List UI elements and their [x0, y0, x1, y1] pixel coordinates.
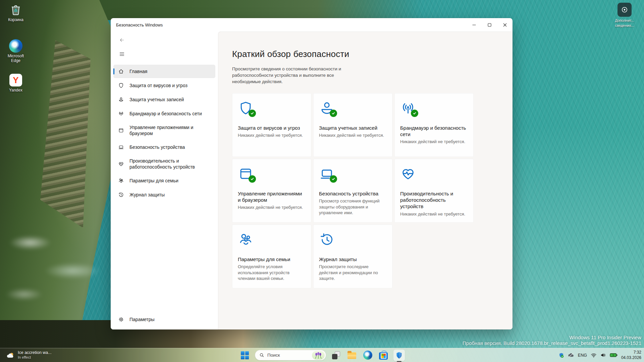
store-icon — [379, 352, 388, 360]
shield-icon — [118, 82, 125, 88]
sidebar-item-virus-protection[interactable]: Защита от вирусов и угроз — [113, 79, 215, 92]
card-status: Просмотрите последние действия и рекомен… — [319, 264, 387, 282]
insider-watermark: Windows 11 Pro Insider Preview Пробная в… — [463, 335, 641, 346]
hamburger-menu-button[interactable] — [116, 49, 127, 59]
watermark-line2: Пробная версия. Build 28020.1678.br_rele… — [463, 340, 641, 346]
card-device-performance[interactable]: Производительность и работоспособность у… — [394, 159, 474, 223]
sidebar-item-device-performance[interactable]: Производительность и работоспособность у… — [113, 155, 215, 173]
status-ok-badge — [249, 110, 256, 117]
family-icon — [118, 178, 125, 184]
sidebar-item-firewall-network[interactable]: Брандмауэр и безопасность сети — [113, 107, 215, 120]
sidebar-item-protection-history[interactable]: Журнал защиты — [113, 188, 215, 201]
desktop-icon-yandex[interactable]: Y Yandex — [3, 73, 29, 93]
sidebar-item-account-protection[interactable]: Защита учетных записей — [113, 93, 215, 106]
task-view-button[interactable] — [330, 350, 342, 361]
sidebar-item-home[interactable]: Главная — [113, 65, 215, 78]
family-icon — [238, 232, 254, 247]
window-title: Безопасность Windows — [111, 22, 466, 27]
sidebar-item-device-security[interactable]: Безопасность устройства — [113, 140, 215, 154]
search-icon — [259, 353, 264, 358]
card-title: Параметры для семьи — [238, 256, 306, 262]
sidebar: Главная Защита от вирусов и угроз Защи — [111, 32, 218, 329]
windows-logo-icon — [241, 351, 249, 359]
widgets-alert-status: In effect — [18, 355, 52, 360]
microsoft-store-button[interactable] — [378, 350, 389, 361]
back-button[interactable] — [116, 35, 127, 45]
main-content: Краткий обзор безопасности Просмотрите с… — [218, 32, 513, 329]
card-device-security[interactable]: Безопасность устройства Просмотр состоян… — [313, 159, 392, 223]
minimize-button[interactable] — [466, 18, 482, 32]
card-status: Никаких действий не требуется. — [238, 204, 306, 210]
card-status: Определяйте условия использования устрой… — [238, 264, 306, 282]
card-status: Просмотр состояния функций защиты оборуд… — [319, 198, 387, 216]
desktop-icon-label: Microsoft Edge — [4, 54, 27, 63]
sidebar-item-family-options[interactable]: Параметры для семьи — [113, 174, 215, 187]
network-antenna-icon — [400, 100, 416, 116]
desktop-icon-microsoft-edge[interactable]: Microsoft Edge — [3, 39, 29, 63]
wallpaper-surf — [0, 215, 121, 308]
edge-icon — [363, 351, 372, 360]
card-firewall-network[interactable]: Брандмауэр и безопасность сети Никаких д… — [394, 93, 474, 157]
history-icon — [118, 192, 125, 198]
file-explorer-button[interactable] — [346, 350, 358, 361]
laptop-icon — [319, 166, 335, 182]
sidebar-item-label: Управление приложениями и браузером — [129, 124, 212, 136]
volume-icon[interactable] — [600, 353, 606, 358]
sidebar-item-app-browser-control[interactable]: Управление приложениями и браузером — [113, 121, 215, 140]
maximize-button[interactable] — [482, 18, 497, 32]
widgets-button[interactable]: Ice accretion wa... In effect — [3, 348, 54, 362]
person-icon — [118, 97, 125, 103]
wifi-icon[interactable] — [591, 353, 597, 358]
system-tray: ENG 7:32 04.03.2026 — [558, 348, 641, 362]
card-title: Производительность и работоспособность у… — [400, 190, 468, 210]
weather-cloud-icon — [6, 351, 15, 360]
edge-browser-button[interactable] — [362, 350, 373, 361]
status-ok-badge — [330, 175, 337, 183]
sidebar-item-label: Защита от вирусов и угроз — [129, 82, 187, 88]
page-title: Краткий обзор безопасности — [232, 49, 349, 59]
laptop-icon — [118, 144, 125, 150]
tray-date: 04.03.2026 — [621, 355, 641, 361]
card-account-protection[interactable]: Защита учетных записей Никаких действий … — [313, 93, 392, 157]
spotlight-learn-more[interactable]: Дополнит... сведения... — [612, 3, 637, 28]
card-status: Никаких действий не требуется. — [400, 211, 468, 217]
settings-button[interactable]: Параметры — [113, 313, 159, 325]
selected-indicator — [113, 68, 114, 74]
page-subtitle: Просмотрите сведения о состоянии безопас… — [232, 66, 364, 85]
card-app-browser-control[interactable]: Управление приложениями и браузером Ника… — [232, 159, 311, 223]
card-title: Защита от вирусов и угроз — [238, 125, 306, 131]
card-status: Никаких действий не требуется. — [319, 132, 387, 138]
taskbar-search[interactable]: Поиск — [255, 350, 326, 360]
battery-icon[interactable] — [610, 353, 618, 357]
window-titlebar[interactable]: Безопасность Windows — [111, 18, 513, 32]
spotlight-icon — [618, 3, 632, 17]
yandex-icon: Y — [9, 73, 23, 87]
sidebar-nav: Главная Защита от вирусов и угроз Защи — [111, 64, 218, 202]
taskbar-clock[interactable]: 7:32 04.03.2026 — [621, 350, 641, 360]
card-protection-history[interactable]: Журнал защиты Просмотрите последние дейс… — [313, 225, 392, 288]
desktop-icon-recycle-bin[interactable]: Корзина — [3, 3, 29, 22]
tray-time: 7:32 — [621, 350, 641, 355]
folder-icon — [347, 352, 356, 359]
heart-pulse-icon — [400, 166, 416, 182]
sidebar-item-label: Параметры для семьи — [129, 178, 178, 184]
close-button[interactable] — [497, 18, 513, 32]
widgets-alert-title: Ice accretion wa... — [18, 350, 52, 355]
watermark-line1: Windows 11 Pro Insider Preview — [463, 335, 641, 340]
sidebar-item-label: Защита учетных записей — [129, 97, 184, 103]
onedrive-paused-icon[interactable] — [568, 353, 574, 358]
taskbar: Ice accretion wa... In effect Поиск — [0, 348, 644, 362]
status-ok-badge — [330, 110, 337, 117]
tray-security-shield-icon[interactable] — [558, 352, 564, 358]
edge-icon — [9, 39, 23, 53]
card-virus-threat-protection[interactable]: Защита от вирусов и угроз Никаких действ… — [232, 93, 311, 157]
card-family-options[interactable]: Параметры для семьи Определяйте условия … — [232, 225, 311, 288]
card-title: Безопасность устройства — [319, 190, 387, 197]
home-icon — [118, 68, 125, 74]
recycle-bin-icon — [9, 3, 23, 17]
windows-security-button-active[interactable] — [393, 350, 405, 361]
app-window-icon — [238, 166, 254, 182]
sidebar-item-label: Брандмауэр и безопасность сети — [129, 111, 202, 117]
language-indicator[interactable]: ENG — [578, 353, 587, 358]
start-button[interactable] — [239, 350, 251, 361]
